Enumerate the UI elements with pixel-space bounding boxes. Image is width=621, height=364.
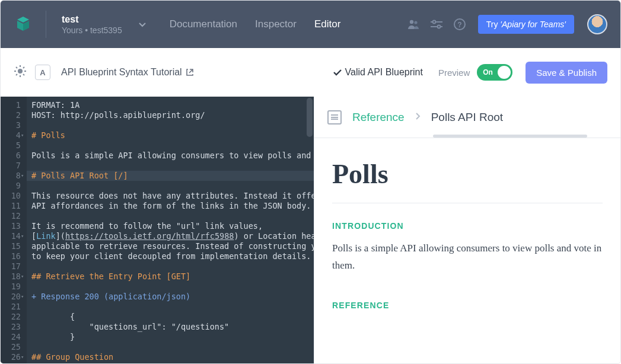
preview-breadcrumb: Reference Polls API Root	[314, 97, 620, 138]
syntax-tutorial-link[interactable]: API Blueprint Syntax Tutorial	[61, 67, 194, 78]
editor-line[interactable]: 21	[1, 302, 314, 312]
main-split: 1FORMAT: 1A2HOST: http://polls.apibluepr…	[1, 97, 620, 364]
app-logo[interactable]	[14, 15, 33, 34]
top-bar: test Yours • test5395 Documentation Insp…	[1, 1, 620, 48]
editor-line[interactable]: 20▾+ Response 200 (application/json)	[1, 292, 314, 302]
doc-heading: Polls	[332, 158, 603, 190]
editor-line[interactable]: 18▾## Retrieve the Entry Point [GET]	[1, 272, 314, 282]
svg-text:?: ?	[457, 21, 461, 29]
crumb-reference[interactable]: Reference	[352, 111, 405, 124]
brightness-icon[interactable]	[14, 65, 27, 80]
divider	[46, 11, 46, 38]
user-avatar[interactable]	[587, 14, 607, 34]
code-editor[interactable]: 1FORMAT: 1A2HOST: http://polls.apibluepr…	[1, 97, 314, 364]
editor-line[interactable]: 3	[1, 120, 314, 130]
svg-point-8	[437, 25, 440, 28]
team-icon[interactable]	[407, 19, 420, 30]
svg-line-16	[16, 67, 17, 68]
section-label-intro: INTRODUCTION	[332, 221, 603, 231]
svg-line-19	[23, 67, 24, 68]
preview-toggle[interactable]: On	[477, 64, 512, 81]
crumb-title: Polls API Root	[431, 111, 503, 124]
editor-scrollbar[interactable]	[307, 98, 313, 137]
editor-line[interactable]: 26▾## Group Question	[1, 352, 314, 362]
editor-line[interactable]: 12	[1, 211, 314, 221]
editor-line[interactable]: 4▾# Polls	[1, 130, 314, 141]
check-icon	[333, 69, 342, 76]
editor-line[interactable]: 5	[1, 141, 314, 151]
svg-point-11	[18, 69, 23, 74]
project-subtitle: Yours • test5395	[62, 25, 122, 35]
fold-icon[interactable]: ▾	[21, 231, 24, 241]
editor-line[interactable]: 22 {	[1, 312, 314, 322]
fold-icon[interactable]: ▾	[21, 171, 24, 181]
breadcrumb-scrollbar[interactable]	[433, 135, 587, 138]
section-label-reference: REFERENCE	[332, 301, 603, 310]
settings-sliders-icon[interactable]	[431, 20, 442, 29]
nav-editor[interactable]: Editor	[314, 18, 340, 30]
editor-line[interactable]: 14▾[Link](https://tools.ietf.org/html/rf…	[1, 231, 314, 241]
main-nav: Documentation Inspector Editor	[170, 18, 341, 30]
fold-icon[interactable]: ▾	[21, 352, 24, 362]
editor-line[interactable]: 8▾# Polls API Root [/]	[1, 171, 314, 181]
preview-label: Preview	[438, 68, 470, 78]
format-badge[interactable]: A	[35, 65, 50, 80]
preview-document: Polls INTRODUCTION Polls is a simple API…	[314, 138, 620, 340]
editor-line[interactable]: 25	[1, 342, 314, 352]
editor-toolbar: A API Blueprint Syntax Tutorial Valid AP…	[1, 48, 620, 97]
external-link-icon	[186, 68, 194, 76]
editor-line[interactable]: 9	[1, 181, 314, 191]
editor-line[interactable]: 7	[1, 161, 314, 171]
preview-pane: Reference Polls API Root Polls INTRODUCT…	[314, 97, 620, 364]
try-teams-button[interactable]: Try 'Apiary for Teams'	[478, 15, 574, 34]
intro-paragraph: Polls is a simple API allowing consumers…	[332, 240, 603, 274]
editor-line[interactable]: 23 "questions_url": "/questions"	[1, 322, 314, 332]
divider	[332, 203, 603, 203]
editor-line[interactable]: 6Polls is a simple API allowing consumer…	[1, 151, 314, 161]
svg-point-6	[432, 21, 435, 24]
svg-point-3	[410, 20, 413, 24]
svg-point-4	[414, 21, 417, 24]
list-icon[interactable]	[327, 110, 342, 124]
save-publish-button[interactable]: Save & Publish	[526, 62, 607, 84]
editor-line[interactable]: 1FORMAT: 1A	[1, 100, 314, 110]
nav-documentation[interactable]: Documentation	[170, 18, 237, 30]
editor-line[interactable]: 11API affordances in the form of the lin…	[1, 201, 314, 211]
svg-line-18	[16, 74, 17, 75]
svg-line-17	[23, 74, 24, 75]
chevron-right-icon	[415, 112, 421, 123]
editor-line[interactable]: 24 }	[1, 332, 314, 342]
editor-line[interactable]: 19	[1, 282, 314, 292]
editor-line[interactable]: 13It is recommend to follow the "url" li…	[1, 221, 314, 231]
fold-icon[interactable]: ▾	[21, 292, 24, 302]
svg-marker-1	[17, 21, 23, 31]
editor-line[interactable]: 10This resource does not have any attrib…	[1, 191, 314, 201]
validation-status: Valid API Blueprint	[333, 67, 423, 78]
chevron-down-icon[interactable]	[139, 19, 146, 30]
fold-icon[interactable]: ▾	[21, 272, 24, 282]
editor-line[interactable]: 17	[1, 261, 314, 272]
nav-inspector[interactable]: Inspector	[255, 18, 297, 30]
editor-line[interactable]: 15applicable to retrieve resources. Inst…	[1, 241, 314, 251]
editor-line[interactable]: 16to keep your client decoupled from imp…	[1, 251, 314, 261]
fold-icon[interactable]: ▾	[21, 130, 24, 141]
editor-line[interactable]: 2HOST: http://polls.apiblueprint.org/	[1, 110, 314, 120]
project-switcher[interactable]: test Yours • test5395	[62, 14, 122, 34]
help-icon[interactable]: ?	[453, 18, 466, 31]
project-title: test	[62, 14, 122, 25]
svg-marker-2	[23, 21, 29, 31]
